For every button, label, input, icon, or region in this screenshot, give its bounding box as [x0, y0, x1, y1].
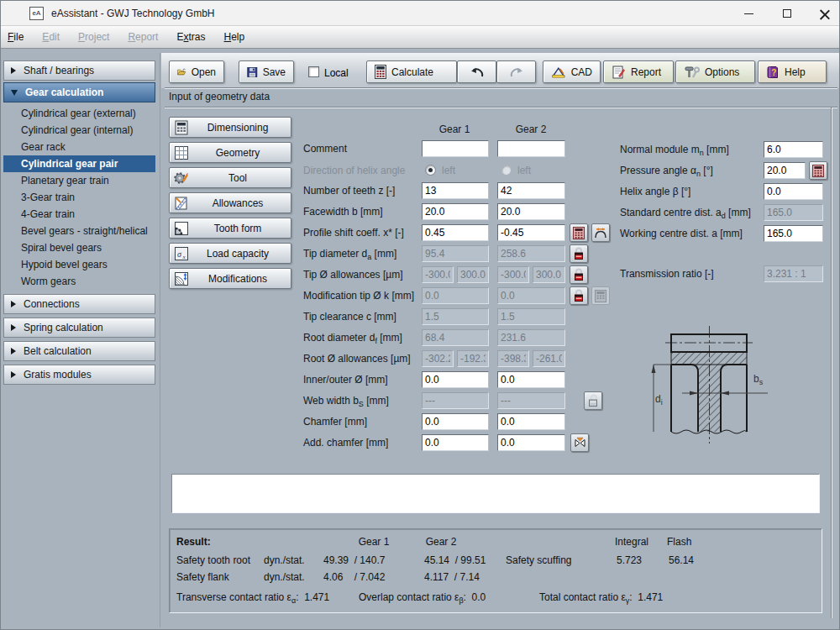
local-checkbox[interactable]: [308, 66, 319, 77]
sidebar-item-planetary-gear-train[interactable]: Planetary gear train: [3, 172, 155, 189]
teeth-gear1-input[interactable]: [422, 182, 489, 199]
helix-angle-input[interactable]: [764, 183, 823, 200]
sidebar-section-spring-calculation[interactable]: Spring calculation: [3, 318, 155, 338]
comment-gear1-input[interactable]: [422, 140, 489, 157]
minimize-button[interactable]: [730, 1, 768, 26]
undo-button[interactable]: [457, 60, 496, 83]
facewidth-gear1-input[interactable]: [422, 203, 489, 220]
open-button[interactable]: Open: [169, 60, 224, 83]
save-button[interactable]: Save: [239, 60, 294, 83]
modifications-button[interactable]: Modifications: [169, 268, 291, 289]
menu-help[interactable]: Help: [223, 31, 244, 43]
modification-tip-lock-button[interactable]: [570, 286, 588, 305]
sidebar-item-bevel-gears[interactable]: Bevel gears - straight/helical: [3, 223, 155, 239]
web-width-gear1-field: [422, 392, 489, 409]
inner-outer-gear1-input[interactable]: [422, 371, 489, 388]
web-width-gear2-field: [497, 392, 565, 409]
sidebar-item-cylindrical-gear-external[interactable]: Cylindrical gear (external): [3, 105, 155, 122]
chamfer-gear1-input[interactable]: [422, 413, 489, 430]
helix-direction-gear2-option-label: left: [517, 165, 531, 176]
allowances-button[interactable]: Allowances: [169, 192, 291, 213]
tool-button[interactable]: Tool: [169, 167, 291, 188]
sidebar-item-3-gear-train[interactable]: 3-Gear train: [3, 189, 155, 206]
helix-direction-label: Direction of helix angle: [303, 165, 405, 176]
tooth-span-arrow-icon: [594, 227, 607, 239]
web-width-label: Web width bS [mm]: [303, 395, 389, 408]
sidebar-section-gratis-modules[interactable]: Gratis modules: [3, 365, 155, 385]
app-icon: eA: [29, 7, 44, 20]
maximize-button[interactable]: [768, 1, 806, 26]
lock-open-icon: [587, 394, 599, 407]
profile-shift-distribution-button[interactable]: [591, 223, 610, 242]
teeth-gear2-input[interactable]: [497, 182, 565, 199]
calculate-button[interactable]: Calculate: [366, 60, 457, 83]
facewidth-label: Facewidth b [mm]: [303, 206, 383, 218]
working-centre-distance-input[interactable]: [764, 225, 823, 242]
tip-allowances-lock-button[interactable]: [570, 265, 588, 284]
profile-shift-calculator-button[interactable]: [570, 223, 588, 242]
modification-tip-gear1-field: [422, 287, 489, 304]
sidebar-item-gear-rack[interactable]: Gear rack: [3, 139, 155, 155]
helix-direction-gear1-radio[interactable]: [425, 165, 436, 176]
report-document-icon: [612, 66, 626, 79]
menu-file[interactable]: File: [8, 31, 24, 43]
help-button[interactable]: ? Help: [758, 60, 827, 83]
tip-clearance-gear2-field: [497, 308, 565, 325]
profile-shift-gear2-input[interactable]: [497, 224, 565, 241]
sidebar-item-cylindrical-gear-pair[interactable]: Cylindrical gear pair: [3, 155, 155, 172]
load-capacity-button[interactable]: σx Load capacity: [169, 243, 291, 264]
facewidth-gear2-input[interactable]: [497, 203, 565, 220]
pressure-angle-calculator-button[interactable]: [809, 161, 827, 180]
result-panel: Result: Gear 1 Gear 2 Integral Flash Saf…: [169, 528, 822, 613]
sidebar-item-cylindrical-gear-internal[interactable]: Cylindrical gear (internal): [3, 122, 155, 139]
chevron-right-icon: [11, 301, 16, 307]
redo-button: [496, 60, 536, 83]
sidebar-section-belt-calculation[interactable]: Belt calculation: [3, 341, 155, 361]
overlap-contact-ratio: Overlap contact ratio εβ: 0.0: [359, 591, 486, 605]
cad-button[interactable]: CAD: [543, 60, 601, 83]
save-label: Save: [263, 66, 286, 78]
open-folder-icon: [177, 66, 186, 78]
result-title: Result:: [176, 536, 211, 548]
web-width-lock-button[interactable]: [584, 391, 602, 410]
profile-shift-label: Profile shift coeff. x* [-]: [303, 227, 404, 239]
normal-module-input[interactable]: [764, 141, 823, 158]
sidebar-section-label: Gratis modules: [24, 369, 92, 381]
inner-outer-gear2-input[interactable]: [497, 371, 565, 388]
sidebar-section-gear-calculation[interactable]: Gear calculation: [3, 82, 155, 102]
report-button[interactable]: Report: [603, 60, 674, 83]
tip-diameter-lock-button[interactable]: [570, 244, 588, 263]
close-button[interactable]: [806, 1, 840, 26]
modifications-icon: [174, 271, 189, 286]
sidebar-item-4-gear-train[interactable]: 4-Gear train: [3, 206, 155, 223]
sidebar-section-connections[interactable]: Connections: [3, 294, 155, 314]
tip-allowances-label: Tip Ø allowances [µm]: [303, 269, 403, 281]
transverse-contact-ratio: Transverse contact ratio εα: 1.471: [176, 591, 329, 605]
sidebar-item-hypoid-bevel-gears[interactable]: Hypoid bevel gears: [3, 256, 155, 273]
add-chamfer-gear1-input[interactable]: [422, 434, 489, 451]
menu-extras[interactable]: Extras: [176, 31, 205, 43]
load-capacity-sigma-icon: σx: [174, 246, 189, 261]
transmission-ratio-label: Transmission ratio [-]: [620, 268, 714, 280]
sidebar-item-spiral-bevel-gears[interactable]: Spiral bevel gears: [3, 239, 155, 256]
safety-tooth-root-gear2-value: 45.14 / 99.51: [424, 554, 486, 566]
normal-module-label: Normal module mn [mm]: [620, 144, 729, 157]
chamfer-gear2-input[interactable]: [497, 413, 565, 430]
geometry-button[interactable]: Geometry: [169, 142, 291, 163]
lock-closed-icon: [573, 247, 585, 260]
helix-direction-gear2-radio[interactable]: [501, 165, 512, 176]
root-allowance-gear1-upper-field: [457, 350, 489, 367]
sidebar-item-worm-gears[interactable]: Worm gears: [3, 273, 155, 290]
help-label: Help: [785, 66, 806, 78]
profile-shift-gear1-input[interactable]: [422, 224, 489, 241]
comment-gear2-input[interactable]: [497, 140, 565, 157]
add-chamfer-gear2-input[interactable]: [497, 434, 565, 451]
safety-tooth-root-gear1-value: 49.39 / 140.7: [323, 554, 385, 566]
chevron-right-icon: [11, 67, 16, 74]
pressure-angle-input[interactable]: [764, 162, 806, 179]
sidebar-section-shaft-bearings[interactable]: Shaft / bearings: [3, 60, 155, 81]
add-chamfer-diagram-button[interactable]: [570, 433, 589, 452]
options-button[interactable]: Options: [675, 60, 755, 83]
dimensioning-button[interactable]: Dimensioning: [169, 117, 291, 138]
tooth-form-button[interactable]: Tooth form: [169, 218, 291, 239]
